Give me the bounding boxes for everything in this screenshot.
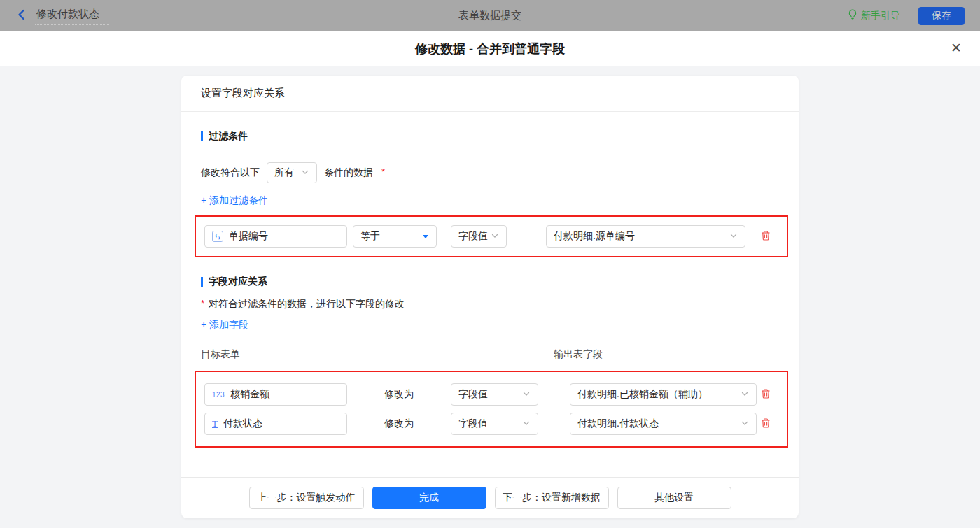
- prev-step-button[interactable]: 上一步：设置触发动作: [249, 487, 364, 509]
- triangle-down-icon: [422, 231, 429, 242]
- trash-icon: [760, 230, 771, 243]
- condition-value-select[interactable]: 付款明细.源单编号: [546, 225, 746, 248]
- delete-mapping-button[interactable]: [760, 418, 771, 431]
- target-field-box[interactable]: 123 核销金额: [204, 383, 347, 406]
- section-bar: [201, 131, 203, 141]
- chevron-down-icon: [741, 389, 749, 400]
- mapping-section-title: 字段对应关系: [201, 276, 779, 288]
- value-type-select[interactable]: 字段值: [451, 225, 507, 248]
- top-bar: 修改付款状态 表单数据提交 新手引导 保存: [0, 0, 980, 31]
- delete-condition-button[interactable]: [760, 230, 771, 243]
- target-field-label: 付款状态: [223, 418, 262, 430]
- output-field-select[interactable]: 付款明细.付款状态: [570, 413, 757, 435]
- save-button[interactable]: 保存: [918, 7, 965, 25]
- flow-name[interactable]: 修改付款状态: [35, 6, 109, 25]
- chevron-down-icon: [522, 389, 531, 400]
- section-bar: [201, 277, 203, 287]
- match-mode-select[interactable]: 所有: [267, 162, 317, 183]
- filter-condition-row: ⇆ 单据编号 等于 字段值 付款明细.源单编号: [204, 225, 778, 248]
- dialog-title: 修改数据 - 合并到普通字段: [415, 41, 565, 57]
- next-step-button[interactable]: 下一步：设置新增数据: [495, 487, 609, 509]
- other-settings-button[interactable]: 其他设置: [617, 487, 732, 509]
- beginner-guide-label: 新手引导: [861, 10, 900, 22]
- add-field-link[interactable]: + 添加字段: [201, 319, 248, 331]
- lightbulb-icon: [848, 9, 858, 23]
- delete-mapping-button[interactable]: [760, 388, 771, 401]
- close-icon[interactable]: ✕: [951, 41, 962, 55]
- beginner-guide-link[interactable]: 新手引导: [848, 9, 900, 23]
- dialog-body: 设置字段对应关系 过滤条件 修改符合以下 所有 条件的数据 * + 添加过滤条件: [0, 66, 980, 528]
- target-field-label: 核销金额: [230, 388, 270, 401]
- chevron-down-icon: [729, 231, 738, 242]
- mapping-columns-header: 目标表单 输出表字段: [201, 348, 779, 361]
- operator-select[interactable]: 等于: [353, 225, 437, 248]
- trash-icon: [760, 388, 771, 401]
- output-field-select[interactable]: 付款明细.已核销金额（辅助）: [570, 383, 757, 406]
- value-type-select[interactable]: 字段值: [451, 383, 538, 406]
- settings-card: 设置字段对应关系 过滤条件 修改符合以下 所有 条件的数据 * + 添加过滤条件: [181, 76, 799, 518]
- match-suffix-label: 条件的数据: [324, 166, 373, 179]
- chevron-down-icon: [491, 231, 499, 242]
- filter-section-title: 过滤条件: [201, 130, 779, 143]
- number-field-icon: 123: [212, 391, 225, 399]
- required-mark: *: [382, 166, 385, 177]
- text-field-icon: T: [212, 418, 218, 429]
- required-mark: *: [201, 298, 204, 308]
- match-prefix-label: 修改符合以下: [201, 166, 260, 179]
- add-filter-condition-link[interactable]: + 添加过滤条件: [201, 194, 268, 207]
- mapping-description: *对符合过滤条件的数据，进行以下字段的修改: [201, 298, 779, 311]
- field-mapping-highlight-box: 123 核销金额 修改为 字段值 付款明细.已核销金额（辅助）: [195, 371, 788, 448]
- condition-field-box[interactable]: ⇆ 单据编号: [204, 225, 347, 248]
- serial-number-field-icon: ⇆: [212, 231, 223, 242]
- dialog-header: 修改数据 - 合并到普通字段 ✕: [0, 31, 980, 66]
- back-button[interactable]: [15, 8, 28, 23]
- chevron-down-icon: [741, 418, 749, 429]
- chevron-down-icon: [522, 418, 531, 429]
- target-form-column-label: 目标表单: [201, 348, 240, 361]
- target-field-box[interactable]: T 付款状态: [204, 413, 347, 435]
- flow-type-title: 表单数据提交: [0, 9, 980, 22]
- chevron-down-icon: [301, 167, 309, 178]
- mapping-row: T 付款状态 修改为 字段值 付款明细.付款状态: [204, 413, 778, 435]
- value-type-select[interactable]: 字段值: [451, 413, 538, 435]
- output-field-column-label: 输出表字段: [554, 348, 603, 361]
- card-header: 设置字段对应关系: [181, 76, 799, 112]
- chevron-left-icon: [15, 8, 28, 23]
- modify-to-label: 修改为: [347, 418, 451, 430]
- modify-to-label: 修改为: [347, 388, 451, 401]
- dialog-footer: 上一步：设置触发动作 完成 下一步：设置新增数据 其他设置: [181, 477, 799, 518]
- filter-condition-highlight-box: ⇆ 单据编号 等于 字段值 付款明细.源单编号: [195, 215, 788, 257]
- trash-icon: [760, 418, 771, 431]
- mapping-row: 123 核销金额 修改为 字段值 付款明细.已核销金额（辅助）: [204, 383, 778, 406]
- match-condition-row: 修改符合以下 所有 条件的数据 *: [201, 162, 779, 183]
- condition-field-label: 单据编号: [229, 230, 268, 243]
- done-button[interactable]: 完成: [372, 487, 486, 509]
